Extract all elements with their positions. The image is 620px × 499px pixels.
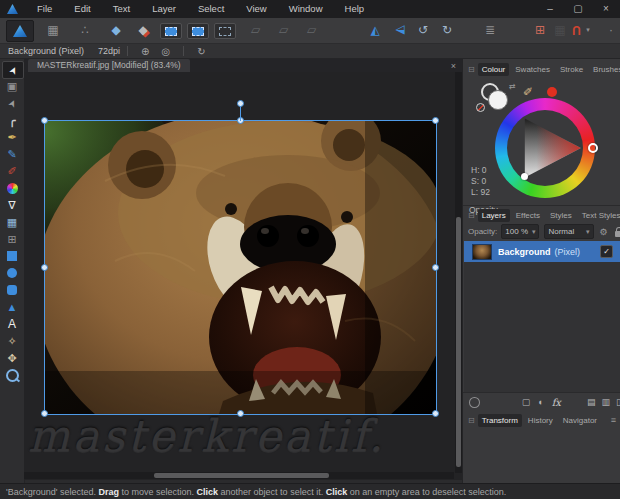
eyedropper-icon[interactable]: ✐: [523, 85, 533, 99]
layer-row-background[interactable]: Background (Pixel) ✓: [464, 241, 620, 262]
fill-swatch[interactable]: [488, 90, 508, 110]
blend-options-gear-icon[interactable]: ⚙: [600, 227, 608, 237]
fill-tool[interactable]: [2, 180, 22, 196]
assistant-options-button[interactable]: ◆: [130, 20, 156, 40]
triangle-selector[interactable]: [521, 173, 528, 180]
add-pixel-layer-icon[interactable]: ▤: [587, 397, 596, 407]
transform-origin-button[interactable]: ⊕: [135, 46, 155, 57]
move-to-back-button[interactable]: ▱: [248, 22, 263, 37]
toggle-assistant-button[interactable]: ◆: [103, 20, 129, 40]
text-tool[interactable]: A: [2, 316, 22, 332]
lock-icon[interactable]: [615, 231, 620, 237]
hide-selection-button[interactable]: ◎: [155, 46, 176, 57]
menu-file[interactable]: File: [26, 0, 63, 18]
pixel-persona-button[interactable]: ▦: [40, 20, 66, 40]
flip-horizontal-button[interactable]: ◭: [364, 20, 386, 40]
pencil-tool[interactable]: ✎: [2, 146, 22, 162]
node-tool[interactable]: ➤: [2, 95, 22, 111]
blend-mode-dropdown[interactable]: Normal ▾: [544, 224, 593, 239]
selection-handle-top-right[interactable]: [432, 117, 439, 124]
tab-swatches[interactable]: Swatches: [511, 63, 554, 76]
colour-overlay-icon[interactable]: [469, 397, 480, 408]
swap-colours-icon[interactable]: ⇄: [509, 82, 516, 91]
tab-transform[interactable]: Transform: [478, 414, 522, 427]
canvas-viewport[interactable]: masterkreatif.: [24, 72, 462, 480]
tab-brushes[interactable]: Brushes: [589, 63, 620, 76]
menu-edit[interactable]: Edit: [63, 0, 101, 18]
rotation-handle[interactable]: [237, 100, 244, 107]
rotate-ccw-button[interactable]: ↺: [412, 20, 434, 40]
move-backward-button[interactable]: ▱: [276, 22, 291, 37]
tab-colour[interactable]: Colour: [478, 63, 510, 76]
horizontal-scrollbar-thumb[interactable]: [154, 473, 329, 478]
divider: [463, 205, 620, 206]
zoom-tool[interactable]: [2, 367, 22, 383]
pen-tool[interactable]: ✒: [2, 129, 22, 145]
hand-tool[interactable]: ✥: [2, 350, 22, 366]
menu-text[interactable]: Text: [102, 0, 141, 18]
rounded-rectangle-tool[interactable]: [2, 282, 22, 298]
dpi-label: 72dpi: [84, 46, 120, 56]
layer-opacity-dropdown[interactable]: 100 % ▾: [501, 224, 539, 239]
layer-effects-icon[interactable]: fx: [552, 397, 561, 408]
cycle-selection-button[interactable]: ↻: [191, 46, 211, 57]
insert-behind-button[interactable]: [187, 23, 209, 39]
mask-layer-icon[interactable]: ▢: [522, 397, 531, 407]
hand-tool-icon: ✥: [7, 352, 16, 365]
menu-layer[interactable]: Layer: [141, 0, 187, 18]
insert-on-top-button[interactable]: [214, 23, 236, 39]
menu-window[interactable]: Window: [278, 0, 334, 18]
adjustment-layer-icon[interactable]: ◐: [538, 397, 543, 407]
tab-stroke[interactable]: Stroke: [556, 63, 587, 76]
picked-colour-dot[interactable]: [547, 87, 557, 97]
menu-view[interactable]: View: [235, 0, 277, 18]
rectangle-tool[interactable]: [2, 248, 22, 264]
delete-layer-icon[interactable]: ▯: [616, 397, 620, 407]
add-layer-icon[interactable]: ▥: [602, 397, 611, 407]
tab-styles[interactable]: Styles: [546, 209, 576, 222]
triangle-shape-tool[interactable]: ▲: [2, 299, 22, 315]
transparency-tool[interactable]: ∇: [2, 197, 22, 213]
rotate-cw-button[interactable]: ↻: [436, 20, 458, 40]
selection-handle-middle-left[interactable]: [41, 264, 48, 271]
move-tool[interactable]: ➤: [2, 61, 24, 79]
place-image-tool[interactable]: ▦: [2, 214, 22, 230]
minimize-button[interactable]: –: [536, 0, 564, 18]
horizontal-scrollbar[interactable]: [24, 472, 454, 479]
selection-handle-middle-right[interactable]: [432, 264, 439, 271]
artboard-tool[interactable]: ▣: [2, 78, 22, 94]
crop-tool[interactable]: ⊞: [2, 231, 22, 247]
flip-vertical-button[interactable]: ◭: [388, 20, 410, 40]
menu-help[interactable]: Help: [334, 0, 376, 18]
corner-tool[interactable]: ╭: [2, 112, 22, 128]
snapping-options-button[interactable]: ▾: [583, 20, 593, 40]
panel-menu-icon[interactable]: ≡: [611, 415, 616, 425]
move-forward-button[interactable]: ▱: [304, 22, 319, 37]
tab-layers[interactable]: Layers: [478, 209, 510, 222]
hue-selector[interactable]: [588, 143, 598, 153]
export-persona-button[interactable]: ∴: [72, 20, 98, 40]
close-view-icon[interactable]: ×: [451, 61, 456, 71]
selection-handle-top-left[interactable]: [41, 117, 48, 124]
no-fill-swatch[interactable]: [476, 103, 485, 112]
tab-effects[interactable]: Effects: [512, 209, 544, 222]
maximize-button[interactable]: ▢: [564, 0, 592, 18]
menu-select[interactable]: Select: [187, 0, 235, 18]
document-tab[interactable]: MASTERkreatif.jpg [Modified] (83.4%): [28, 59, 190, 72]
document-image[interactable]: [45, 121, 436, 414]
tab-text-styles[interactable]: Text Styles: [578, 209, 620, 222]
vertical-scrollbar[interactable]: [455, 72, 462, 473]
ellipse-tool[interactable]: [2, 265, 22, 281]
vector-brush-tool[interactable]: ✐: [2, 163, 22, 179]
colour-picker-tool[interactable]: ✧: [2, 333, 22, 349]
tab-navigator[interactable]: Navigator: [559, 414, 601, 427]
toolbar-overflow-button[interactable]: ·: [606, 20, 616, 40]
tab-history[interactable]: History: [524, 414, 557, 427]
close-button[interactable]: ×: [592, 0, 620, 18]
insert-inside-button[interactable]: [160, 23, 182, 39]
designer-persona-button[interactable]: [6, 20, 34, 42]
layer-visibility-checkbox[interactable]: ✓: [600, 245, 613, 258]
alignment-button[interactable]: ≣: [477, 20, 503, 40]
vertical-scrollbar-thumb[interactable]: [456, 217, 461, 467]
layers-list-empty-area[interactable]: [464, 262, 620, 392]
